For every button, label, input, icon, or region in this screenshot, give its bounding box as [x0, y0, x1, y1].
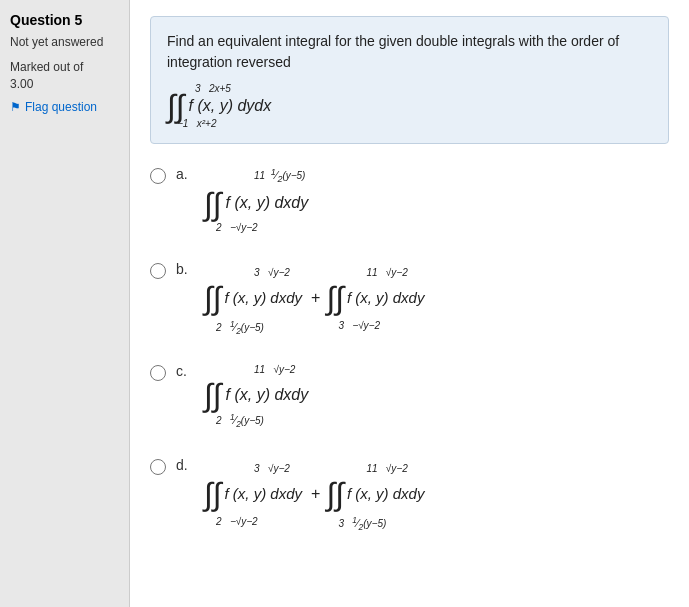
question-title: Question 5 — [10, 12, 119, 28]
marked-label: Marked out of — [10, 60, 83, 74]
option-b-label: b. — [176, 261, 194, 277]
marked-out-of: Marked out of 3.00 — [10, 59, 119, 93]
sidebar: Question 5 Not yet answered Marked out o… — [0, 0, 130, 607]
option-b-content: 3 √y−2 ∫ ∫ f (x, y) dxdy 2 1⁄2(y−5) + 1 — [204, 259, 427, 340]
flag-label: Flag question — [25, 100, 97, 114]
option-a-label: a. — [176, 166, 194, 182]
radio-a[interactable] — [150, 168, 166, 184]
option-c-content: 11 √y−2 ∫ ∫ f (x, y) dxdy 2 1⁄2(y−5) — [204, 361, 312, 433]
options-list: a. 11 1⁄2(y−5) ∫ ∫ f (x, y) dxdy 2 −√y−2… — [150, 164, 669, 535]
radio-b[interactable] — [150, 263, 166, 279]
question-status: Not yet answered — [10, 34, 119, 51]
radio-c[interactable] — [150, 365, 166, 381]
option-a-content: 11 1⁄2(y−5) ∫ ∫ f (x, y) dxdy 2 −√y−2 — [204, 164, 312, 237]
option-d-label: d. — [176, 457, 194, 473]
option-c: c. 11 √y−2 ∫ ∫ f (x, y) dxdy 2 1⁄2(y−5) — [150, 361, 669, 433]
integrand: f (x, y) dydx — [189, 97, 272, 115]
option-a: a. 11 1⁄2(y−5) ∫ ∫ f (x, y) dxdy 2 −√y−2 — [150, 164, 669, 237]
page-container: Question 5 Not yet answered Marked out o… — [0, 0, 689, 607]
option-d-content: 3 √y−2 ∫ ∫ f (x, y) dxdy 2 −√y−2 + 11 √y… — [204, 455, 427, 536]
main-content: Find an equivalent integral for the give… — [130, 0, 689, 607]
marked-value: 3.00 — [10, 77, 33, 91]
flag-icon: ⚑ — [10, 100, 21, 114]
question-box: Find an equivalent integral for the give… — [150, 16, 669, 144]
flag-question-button[interactable]: ⚑ Flag question — [10, 100, 119, 114]
option-d: d. 3 √y−2 ∫ ∫ f (x, y) dxdy 2 −√y−2 — [150, 455, 669, 536]
question-text: Find an equivalent integral for the give… — [167, 31, 652, 73]
outer-integral-sym: ∫ — [167, 90, 176, 122]
option-c-label: c. — [176, 363, 194, 379]
option-b: b. 3 √y−2 ∫ ∫ f (x, y) dxdy 2 1⁄2(y−5) — [150, 259, 669, 340]
original-integral: 3 2x+5 ∫ ∫ f (x, y) dydx −1 x²+2 — [167, 83, 652, 129]
radio-d[interactable] — [150, 459, 166, 475]
